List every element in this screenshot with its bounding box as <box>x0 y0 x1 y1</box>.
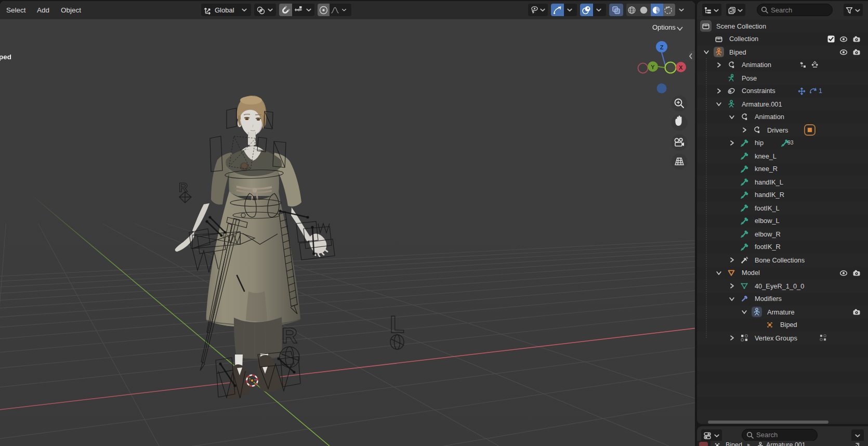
svg-text:Y: Y <box>651 64 655 70</box>
svg-text:Z: Z <box>660 44 664 50</box>
svg-text:R: R <box>282 323 297 348</box>
svg-text:X: X <box>679 64 683 71</box>
svg-text:R: R <box>179 180 188 194</box>
svg-text:ped: ped <box>0 53 11 61</box>
svg-text:L: L <box>390 311 404 338</box>
svg-text:Options: Options <box>652 23 676 31</box>
